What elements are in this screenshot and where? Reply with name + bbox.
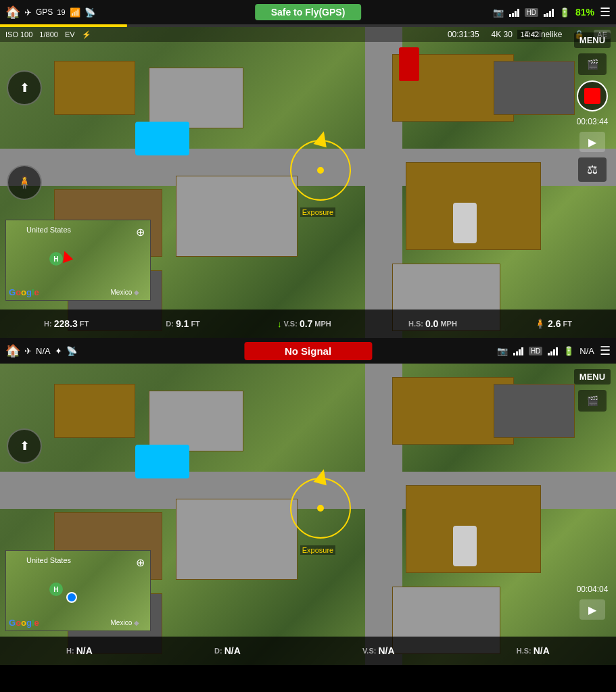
height-value: 228.3 [54,318,78,329]
mini-map-home-marker-2: H [49,583,63,596]
hspeed-display-2: H.S: N/A [517,645,550,656]
map-location-bottom: United States [26,556,71,564]
map-location-top: United States [26,226,71,234]
house-4 [494,61,575,115]
hspeed-unit: MPH [440,320,456,328]
exposure-settings-btn[interactable]: ⚖ [578,157,607,182]
pool [135,122,189,155]
google-logo-top: Google [9,287,39,297]
time-display: 14:42 [517,30,542,39]
vspeed-display: ↓ V.S: 0.7 MPH [277,318,331,329]
record-time-bottom: 00:04:04 [577,585,609,594]
signal-icon-2: 📡 [66,346,77,356]
home-icon[interactable]: 🏠 [5,5,20,20]
google-e: e [34,287,39,297]
vspeed-label-2: V.S: [362,647,376,655]
flight-view-top: ISO 100 1/800 EV ⚡ 00:31:35 4K 30 D-Cine… [0,27,616,338]
drone-na-label: N/A [36,346,51,356]
map-mexico-bottom: Mexico ◆ [111,619,139,626]
person-height-value: 2.6 [548,318,561,329]
drone-dot [317,167,324,174]
gps-label: GPS [36,7,53,17]
middle-status-bar: 🏠 ✈ N/A ✦ 📡 No Signal 📷 HD 🔋 N/A ☰ [0,338,616,364]
exposure-label-bottom: Exposure [300,545,335,555]
menu-icon[interactable]: ☰ [600,5,611,20]
top-status-bar: 🏠 ✈ GPS 19 📶 📡 Safe to Fly(GPS) 📷 HD 🔋 8… [0,0,616,24]
home-marker-label-2: H [53,586,58,593]
waypoint-icon: ✦ [55,346,62,356]
height-display: H: 228.3 FT [44,318,89,329]
hspeed-label: H.S: [408,320,423,328]
menu-icon-2[interactable]: ☰ [600,343,611,358]
menu-button-bottom[interactable]: MENU [574,369,611,385]
no-signal-label: No Signal [244,342,372,360]
house-6 [176,176,298,257]
video-mode-btn-2[interactable]: 🎬 [578,390,607,412]
playback-btn-bottom[interactable]: ▶ [579,599,605,620]
distance-value-2: N/A [224,645,241,656]
hd-label-2: HD [529,347,542,355]
car-2 [453,526,477,566]
house-2 [149,68,243,128]
person-tracking-btn[interactable]: 🧍 [7,165,42,200]
map-mexico-label: Mexico [111,289,133,296]
height-unit: FT [80,320,89,328]
exposure-label-top: Exposure [300,207,335,217]
mini-map-bottom[interactable]: ⊕ H United States Mexico ◆ Google [5,550,151,631]
drone-dot-2 [317,505,324,512]
menu-button-top[interactable]: MENU [574,32,611,48]
camera-signal-bars [509,7,519,17]
battery-icon: 🔋 [559,7,570,18]
mini-map-inner-top: ⊕ H United States Mexico ◆ Google [6,220,150,300]
height-display-2: H: N/A [66,645,93,656]
telemetry-bar-top: H: 228.3 FT D: 9.1 FT ↓ V.S: 0.7 MPH H.S… [0,310,616,338]
vspeed-label: V.S: [283,320,297,328]
hd-label: HD [525,8,538,17]
google-g2: g [26,287,32,297]
distance-label-2: D: [214,647,222,655]
upload-btn-2[interactable]: ⬆ [7,428,42,464]
person-icon: 🧍 [534,318,546,329]
map-diamond-bottom: ◆ [134,619,139,626]
distance-unit: FT [191,320,199,328]
video-mode-btn[interactable]: 🎬 [578,53,607,75]
right-status-group-2: 📷 HD 🔋 N/A ☰ [497,343,611,358]
person-height-display: 🧍 2.6 FT [534,318,572,329]
camera-icon: 📷 [493,7,504,18]
wifi-icon: 📡 [85,7,95,18]
vspeed-display-2: V.S: N/A [362,645,395,656]
height-label-2: H: [66,647,74,655]
home-marker-label: H [53,255,58,263]
red-car [399,47,419,81]
mini-map-top[interactable]: ⊕ H United States Mexico ◆ Google [5,220,151,301]
house-b2 [149,391,243,451]
mini-map-gps-icon: ⊕ [136,226,145,239]
house-b1 [54,384,135,438]
hspeed-label-2: H.S: [517,647,531,655]
record-time-top: 00:03:44 [577,117,609,126]
battery-percent: 81% [575,7,594,18]
house-b6 [176,499,298,580]
mini-map-inner-bottom: ⊕ H United States Mexico ◆ Google [6,551,150,631]
vspeed-unit: MPH [314,320,331,328]
pool-2 [135,445,189,478]
vspeed-value: 0.7 [300,318,312,329]
google-g1: G [9,287,16,297]
google-o2: o [21,287,26,297]
record-dot-top [584,88,600,104]
home-icon-2[interactable]: 🏠 [5,343,20,358]
upload-btn[interactable]: ⬆ [7,70,42,105]
right-status-group: 📷 HD 🔋 81% ☰ [493,5,611,20]
distance-display-2: D: N/A [214,645,241,656]
flight-status-label: Safe to Fly(GPS) [255,4,362,20]
car [453,203,477,243]
camera-icon-2: 📷 [497,346,508,356]
hspeed-value-2: N/A [534,645,550,656]
resolution-label: 4K 30 [492,30,513,39]
drone-gps-icon: ✈ [24,7,32,18]
record-button-top[interactable] [577,80,608,112]
playback-btn-top[interactable]: ▶ [579,132,605,152]
google-logo-bottom: Google [9,618,39,628]
google-o1: o [16,287,21,297]
ev-label: EV [65,30,75,39]
